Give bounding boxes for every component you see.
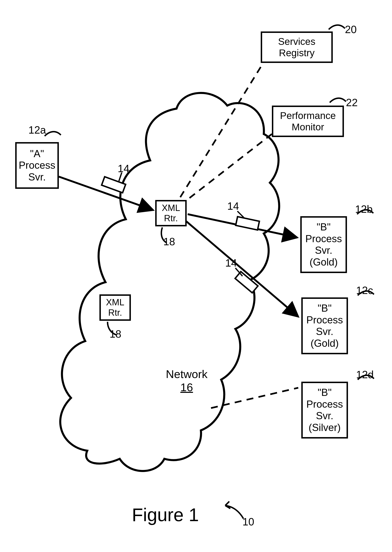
node-a-line3: Svr.	[28, 171, 46, 183]
node-a-line1: "A"	[30, 148, 44, 160]
ref-10: 10	[242, 516, 254, 528]
arrow-xmlrtr-to-b	[188, 214, 297, 238]
ref-18-lower: 18	[110, 328, 121, 340]
pm-line1: Performance	[280, 110, 336, 121]
ref-12b: 12b	[355, 203, 373, 215]
xml-rtr-upper: XML Rtr.	[155, 200, 187, 226]
node-performance-monitor: Performance Monitor	[272, 106, 344, 137]
node-a-line2: Process	[19, 160, 55, 171]
network-label: Network	[166, 368, 207, 381]
node-c-process-svr-gold: "B" Process Svr. (Gold)	[301, 297, 348, 354]
ref-20: 20	[345, 23, 357, 35]
svg-rect-0	[102, 177, 126, 193]
ref-18-upper: 18	[163, 235, 175, 248]
svc-line2: Registry	[279, 47, 315, 58]
arrow-a-to-xmlrtr	[59, 177, 153, 210]
ref-14-left: 14	[118, 163, 129, 175]
arrow-xmlrtr-to-c	[186, 221, 298, 317]
ref-12d: 12d	[356, 368, 374, 381]
link-registry-rtr	[179, 67, 261, 200]
link-monitor-rtr	[186, 134, 272, 201]
svg-rect-1	[236, 217, 259, 230]
svg-rect-2	[235, 272, 258, 293]
network-label-block: Network 16	[160, 368, 213, 394]
node-services-registry: Services Registry	[261, 31, 333, 63]
node-d-process-svr-silver: "B" Process Svr. (Silver)	[301, 382, 348, 439]
ref-14-lowerright: 14	[225, 257, 237, 269]
ref-12c: 12c	[356, 284, 373, 296]
message-14-left	[102, 177, 126, 193]
ref-14-topright: 14	[227, 200, 239, 212]
network-cloud	[60, 93, 279, 471]
ref-22: 22	[346, 96, 358, 109]
pm-line2: Monitor	[292, 121, 324, 133]
figure-caption: Figure 1	[132, 504, 199, 525]
diagram-overlay	[0, 0, 392, 552]
network-number: 16	[160, 381, 213, 394]
node-a-process-svr: "A" Process Svr.	[15, 142, 59, 189]
svc-line1: Services	[278, 36, 315, 47]
link-cloud-d	[211, 388, 298, 408]
node-b-process-svr-gold: "B" Process Svr. (Gold)	[300, 216, 347, 273]
ref-12a: 12a	[28, 124, 46, 136]
xml-rtr-lower: XML Rtr.	[99, 294, 131, 321]
message-14-topright	[236, 217, 259, 230]
message-14-lowerright	[235, 272, 258, 293]
